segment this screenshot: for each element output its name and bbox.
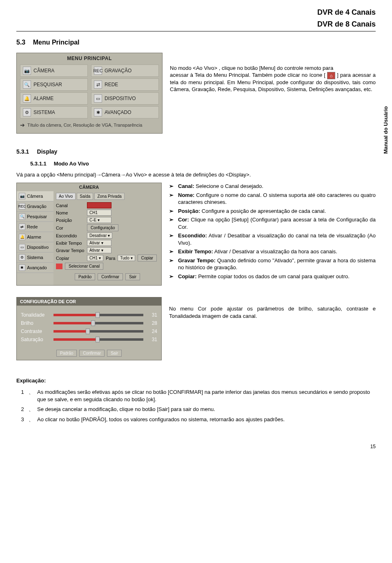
slider-label: Saturação [21,337,50,342]
bullet-body: Ativar / Desatibar a visualização do can… [178,232,376,246]
bullet-icon: ➢ [169,216,178,230]
explain-text: Se deseja cancelar a modificação, clique… [37,406,215,413]
nome-field[interactable]: CH1 [87,210,111,216]
bullet-body: Selecione o Canal desejado. [196,183,263,189]
subsection-heading: 5.3.1 Display [16,148,376,155]
sidebar-item-label: Avançado [27,265,47,270]
divider [16,31,376,31]
escondido-dropdown[interactable]: Desativar ▾ [87,232,112,239]
sidebar-item-label: Alarme [27,235,41,239]
color-config-panel: CONFIGURAÇÃO DE COR Tonalidade31Brilho28… [16,297,162,360]
tab-ao-vivo[interactable]: Ao Vivo [56,193,76,200]
sidebar-item-rede[interactable]: ⇄Rede [17,222,53,232]
menu-principal-footnote-text: Título da câmera, Cor, Resolução de VGA,… [27,123,142,127]
subsubsection-heading: 5.3.1.1 Modo Ao Vivo [30,161,376,167]
posicao-label: Posição [56,218,85,223]
menu-item-gravação[interactable]: RECGRAVAÇÃO [91,65,159,77]
slider-value: 28 [147,320,157,326]
slider-saturação[interactable] [53,338,143,341]
bullet-icon: ➢ [169,232,178,246]
feature-list: ➢Canal: Selecione o Canal desejado.➢Nome… [169,183,376,282]
color-padrão-button[interactable]: Padrão [56,350,77,357]
slider-value: 31 [147,337,157,342]
menu-item-icon: REC [94,67,102,75]
tab-saída[interactable]: Saída [77,193,93,200]
menu-item-avançado[interactable]: ✱AVANÇADO [91,106,159,118]
tab-zona-privada[interactable]: Zona Privada [94,193,124,200]
slider-row-saturação: Saturação31 [21,337,157,342]
camera-padrão-button[interactable]: Padrão [75,273,95,280]
sidebar-item-gravação[interactable]: RECGravação [17,201,53,212]
bullet-icon: ➢ [169,257,178,271]
menu-item-dispositivo[interactable]: ▭DISPOSITIVO [91,92,159,105]
selecionar-canal-button[interactable]: Selecionar Canal [65,263,103,270]
sidebar-item-label: Rede [27,224,38,229]
menu-principal-title: MENU PRINCIPAL [20,56,159,61]
menu-item-icon: ⇄ [94,80,102,89]
menu-item-câmera[interactable]: 📷CÂMERA [20,65,88,77]
sidebar-item-pesquisar[interactable]: 🔍Pesquisar [17,212,53,222]
page-number: 15 [16,444,376,449]
bullet-title: Cor: [178,217,189,223]
posicao-dropdown[interactable]: C-E ▾ [87,217,111,223]
menu-item-sistema[interactable]: ⚙SISTEMA [20,106,88,118]
section-number: 5.3 [16,39,25,46]
copiar-button[interactable]: Copiar [138,255,157,261]
camera-sair-button[interactable]: Sair [125,273,140,280]
section-title: Menu Principal [33,39,80,46]
slider-value: 24 [147,328,157,334]
sidebar-item-sistema[interactable]: ⚙Sistema [17,252,53,263]
menu-item-label: REDE [105,82,118,87]
bullet-item: ➢Escondido: Ativar / Desatibar a visuali… [169,232,376,246]
slider-brilho[interactable] [53,322,143,324]
canal-dropdown[interactable]: CH1 ▾ [87,202,111,208]
menu-principal-panel: MENU PRINCIPAL 📷CÂMERARECGRAVAÇÃO🔍PESQUI… [16,53,163,134]
camera-confirmar-button[interactable]: Confirmar [98,273,123,280]
menu-principal-footnote: ➔ Título da câmera, Cor, Resolução de VG… [20,122,159,128]
cor-label: Cor [56,226,85,230]
sidebar-item-câmera[interactable]: 📷Câmera [17,191,53,201]
slider-row-brilho: Brilho28 [21,320,157,326]
sidebar-item-avançado[interactable]: ✱Avançado [17,263,53,273]
menu-item-icon: 🔔 [23,94,31,103]
bullet-item: ➢Posição: Configure a posição de apresen… [169,208,376,215]
para-line2a: acessar à Tela do Menu Principal. Também… [170,72,325,78]
bullet-title: Copiar: [178,273,197,279]
bullet-title: Gravar Tempo: [178,257,216,264]
menu-item-rede[interactable]: ⇄REDE [91,78,159,91]
slider-tonalidade[interactable] [53,314,143,316]
bullet-icon: ➢ [169,208,178,215]
header-titles: DVR de 4 Canais DVR de 8 Canais [16,8,376,29]
copiar-to-dropdown[interactable]: Tudo ▾ [118,255,135,261]
sidebar-item-label: Pesquisar [27,214,47,219]
subsubsection-title: Modo Ao Vivo [54,161,89,167]
sidebar-item-alarme[interactable]: 🔔Alarme [17,232,53,242]
menu-item-pesquisar[interactable]: 🔍PESQUISAR [20,78,88,91]
menu-item-icon: 🔍 [23,80,31,89]
explain-number: 2 [16,406,29,413]
warning-icon [56,264,62,269]
bullet-item: ➢Canal: Selecione o Canal desejado. [169,183,376,190]
header-title-1: DVR de 4 Canais [16,8,376,17]
cor-button[interactable]: Configuração [87,224,118,231]
menu-item-alarme[interactable]: 🔔ALARME [20,92,88,105]
exibir-tempo-label: Exibir Tempo [56,241,85,246]
subsubsection-number: 5.3.1.1 [30,161,47,167]
copiar-from-dropdown[interactable]: CH1 ▾ [87,255,103,261]
color-confirmar-button[interactable]: Confirmar [79,350,105,357]
escondido-label: Escondido [56,233,85,238]
gravar-tempo-dropdown[interactable]: Ativar ▾ [87,247,111,253]
explanation-heading: Explicação: [16,378,376,384]
menu-item-label: PESQUISAR [33,82,62,87]
bullet-body: Configure o nome do canal. O sistema sup… [178,192,376,206]
sidebar-item-dispositivo[interactable]: ▭Dispositivo [17,242,53,252]
slider-row-tonalidade: Tonalidade31 [21,312,157,318]
slider-contraste[interactable] [53,330,143,333]
exibir-tempo-dropdown[interactable]: Ativar ▾ [87,240,111,246]
menu-item-label: CÂMERA [33,68,54,74]
color-sair-button[interactable]: Sair [107,350,122,357]
color-config-header: CONFIGURAÇÃO DE COR [17,297,161,306]
sidebar-item-icon: 🔍 [19,213,25,220]
menu-item-icon: ⚙ [23,108,31,116]
bullet-body: Permite copiar todos os dados de um cana… [198,273,350,279]
